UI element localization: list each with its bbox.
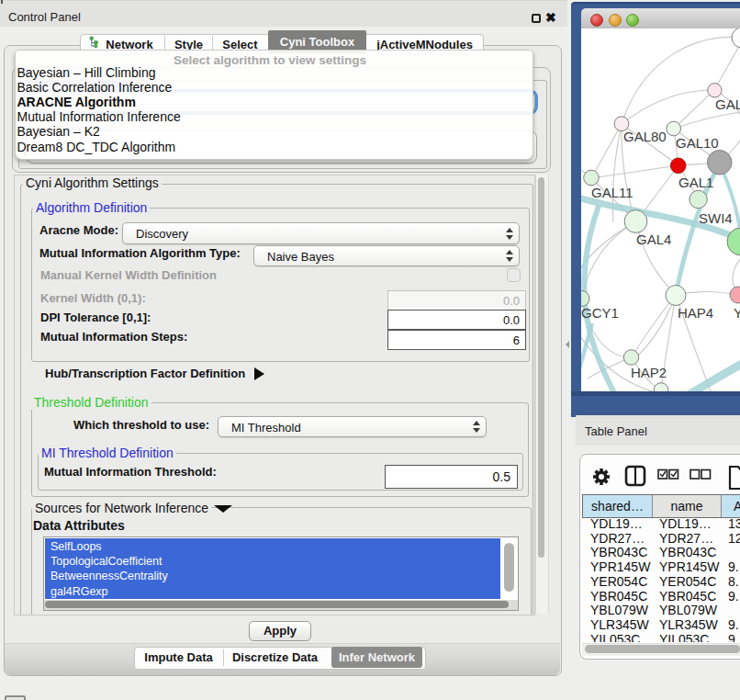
- svg-text:HAP4: HAP4: [678, 305, 713, 321]
- svg-text:YB: YB: [734, 305, 740, 321]
- svg-text:HAP2: HAP2: [631, 365, 667, 380]
- svg-text:GAL7: GAL7: [715, 96, 740, 112]
- svg-text:GAL10: GAL10: [676, 135, 719, 151]
- svg-text:SWI4: SWI4: [699, 210, 733, 226]
- svg-text:GAL11: GAL11: [591, 185, 633, 200]
- svg-text:GAL1: GAL1: [678, 175, 713, 190]
- svg-text:GCY1: GCY1: [581, 305, 619, 321]
- svg-text:GAL4: GAL4: [636, 231, 671, 247]
- svg-text:GAL80: GAL80: [623, 129, 667, 144]
